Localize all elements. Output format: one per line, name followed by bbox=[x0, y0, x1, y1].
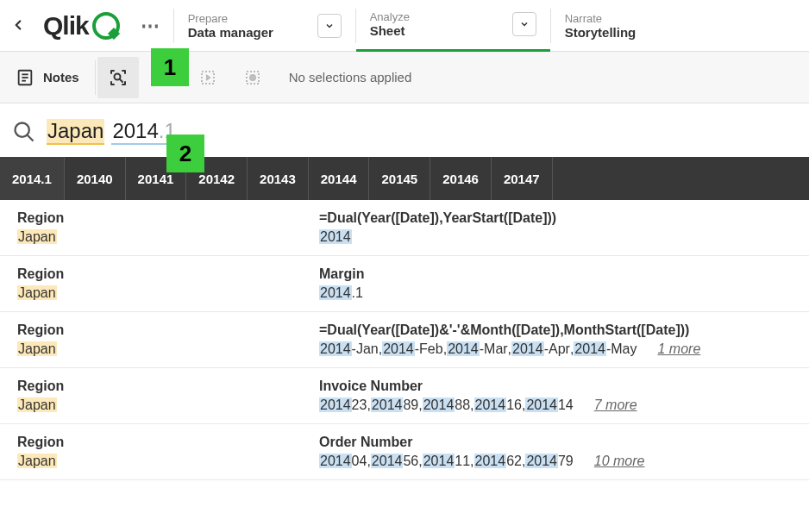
more-link[interactable]: 10 more bbox=[594, 454, 645, 469]
tab-20147[interactable]: 20147 bbox=[492, 157, 553, 200]
notes-button[interactable]: Notes bbox=[0, 68, 95, 87]
search-input[interactable]: Japan 2014.1 bbox=[47, 119, 177, 145]
prepare-dropdown[interactable] bbox=[317, 14, 342, 38]
tab-20144[interactable]: 20144 bbox=[309, 157, 370, 200]
tab-20143[interactable]: 20143 bbox=[248, 157, 309, 200]
more-link[interactable]: 7 more bbox=[594, 397, 637, 413]
tab-20145[interactable]: 20145 bbox=[369, 157, 430, 200]
qlik-logo-icon bbox=[92, 12, 120, 40]
svg-line-13 bbox=[28, 135, 34, 141]
nav-narrate[interactable]: Narrate Storytelling bbox=[551, 0, 650, 52]
more-menu[interactable]: ⋯ bbox=[127, 15, 173, 37]
svg-line-5 bbox=[120, 79, 122, 82]
back-arrow[interactable] bbox=[0, 14, 36, 38]
search-suggestion-tabs: 2014.12014020141201422014320144201452014… bbox=[0, 157, 809, 200]
nav-prepare[interactable]: Prepare Data manager bbox=[174, 0, 355, 52]
annotation-marker-2: 2 bbox=[166, 135, 204, 172]
annotation-marker-1: 1 bbox=[151, 48, 189, 86]
result-row[interactable]: RegionJapanOrder Number201404 , 201456 ,… bbox=[0, 424, 809, 480]
search-bar: Japan 2014.1 2 bbox=[0, 103, 809, 157]
analyze-dropdown[interactable] bbox=[512, 12, 536, 36]
qlik-logo[interactable]: Qlik bbox=[36, 11, 127, 41]
step-back-button[interactable] bbox=[187, 57, 229, 98]
smart-search-button[interactable] bbox=[97, 57, 139, 98]
tab-2014.1[interactable]: 2014.1 bbox=[0, 157, 65, 200]
search-icon bbox=[12, 120, 36, 144]
search-results: RegionJapan=Dual(Year([Date]),YearStart(… bbox=[0, 200, 809, 480]
result-row[interactable]: RegionJapan=Dual(Year([Date]),YearStart(… bbox=[0, 200, 809, 256]
svg-point-12 bbox=[16, 123, 29, 137]
result-row[interactable]: RegionJapan=Dual(Year([Date])&'-'&Month(… bbox=[0, 312, 809, 368]
toolbar: Notes 1 No selections applied bbox=[0, 52, 809, 103]
clear-selections-button[interactable] bbox=[232, 57, 273, 98]
result-row[interactable]: RegionJapanInvoice Number201423 , 201489… bbox=[0, 368, 809, 424]
more-link[interactable]: 1 more bbox=[658, 341, 701, 357]
no-selections-text: No selections applied bbox=[289, 70, 412, 84]
tab-20146[interactable]: 20146 bbox=[430, 157, 492, 200]
notes-icon bbox=[16, 68, 34, 87]
result-row[interactable]: RegionJapanMargin2014.1 bbox=[0, 256, 809, 312]
nav-analyze[interactable]: Analyze Sheet bbox=[356, 0, 550, 52]
tab-20140[interactable]: 20140 bbox=[65, 157, 126, 200]
top-nav: Qlik ⋯ Prepare Data manager Analyze Shee… bbox=[0, 0, 809, 52]
